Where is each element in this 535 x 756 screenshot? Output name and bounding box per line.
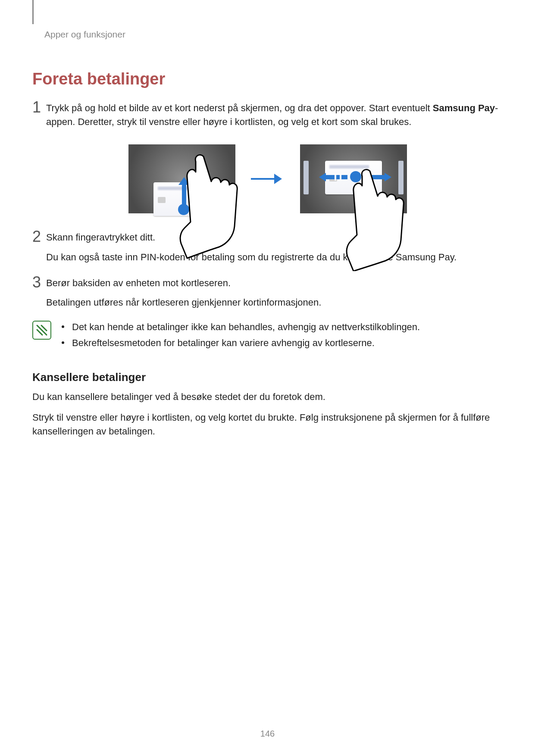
cancel-heading: Kansellere betalinger [32,371,503,384]
step-2: 2 Skann fingeravtrykket ditt. Du kan ogs… [32,231,503,264]
note-item: Det kan hende at betalinger ikke kan beh… [62,320,420,334]
step-1: 1 Trykk på og hold et bilde av et kort n… [32,101,503,129]
step3-text: Berør baksiden av enheten mot kortlesere… [46,278,231,288]
step-number: 3 [32,275,46,290]
side-rule [32,0,34,24]
figure-drag-up [128,144,235,213]
step-text: Berør baksiden av enheten mot kortlesere… [46,276,321,310]
page-number: 146 [0,729,535,739]
step-text: Skann fingeravtrykket ditt. Du kan også … [46,231,457,264]
step-3: 3 Berør baksiden av enheten mot kortlese… [32,276,503,310]
touch-point-icon [178,204,189,215]
step-number: 2 [32,229,46,244]
cancel-p1: Du kan kansellere betalinger ved å besøk… [32,390,503,404]
touch-point-icon [350,171,361,182]
step2-sub: Du kan også taste inn PIN-koden for beta… [46,250,457,264]
note-icon [32,321,51,340]
running-head: Apper og funksjoner [44,29,503,40]
figure-row [32,144,503,213]
cancel-p2: Stryk til venstre eller høyre i kortlist… [32,411,503,438]
step2-text: Skann fingeravtrykket ditt. [46,232,155,243]
note-item: Bekreftelsesmetoden for betalinger kan v… [62,336,420,350]
step-number: 1 [32,100,46,115]
note-block: Det kan hende at betalinger ikke kan beh… [32,320,503,352]
step3-sub: Betalingen utføres når kortleseren gjenk… [46,296,321,309]
section-title: Foreta betalinger [32,70,503,88]
arrow-right-icon [251,172,285,186]
step1-pre: Trykk på og hold et bilde av et kort ned… [46,103,433,113]
figure-swipe-side [300,144,407,213]
step1-bold: Samsung Pay [433,103,495,113]
note-list: Det kan hende at betalinger ikke kan beh… [62,320,420,352]
step-text: Trykk på og hold et bilde av et kort ned… [46,101,503,129]
